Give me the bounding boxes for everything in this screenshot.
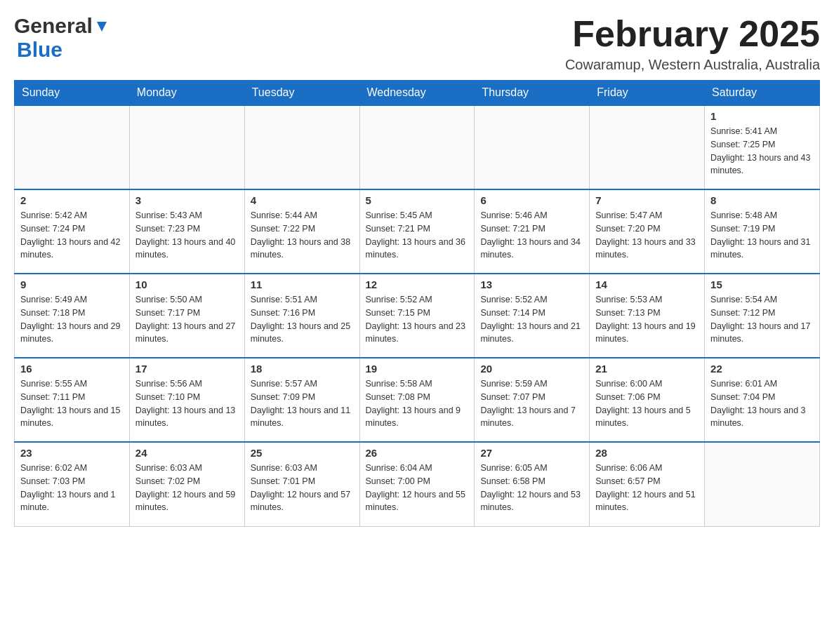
calendar-cell: 23Sunrise: 6:02 AMSunset: 7:03 PMDayligh… [15,442,130,526]
day-info: Sunrise: 5:58 AMSunset: 7:08 PMDaylight:… [366,377,469,430]
day-info: Sunrise: 5:47 AMSunset: 7:20 PMDaylight:… [595,209,699,262]
week-row-2: 2Sunrise: 5:42 AMSunset: 7:24 PMDaylight… [15,189,820,274]
day-info: Sunrise: 5:50 AMSunset: 7:17 PMDaylight:… [135,293,239,346]
weekday-header-sunday: Sunday [15,81,130,106]
day-number: 14 [595,279,699,290]
day-number: 13 [480,279,583,290]
weekday-header-monday: Monday [129,81,244,106]
calendar-cell: 12Sunrise: 5:52 AMSunset: 7:15 PMDayligh… [359,274,475,358]
calendar-cell: 8Sunrise: 5:48 AMSunset: 7:19 PMDaylight… [705,189,820,274]
day-number: 23 [20,447,124,459]
calendar-cell: 17Sunrise: 5:56 AMSunset: 7:10 PMDayligh… [129,358,244,442]
day-number: 27 [480,447,583,459]
calendar-cell: 15Sunrise: 5:54 AMSunset: 7:12 PMDayligh… [705,274,820,358]
weekday-header-wednesday: Wednesday [359,81,475,106]
day-info: Sunrise: 5:59 AMSunset: 7:07 PMDaylight:… [480,377,583,430]
logo-general-text: General [14,14,93,38]
calendar-cell: 22Sunrise: 6:01 AMSunset: 7:04 PMDayligh… [705,358,820,442]
day-info: Sunrise: 5:54 AMSunset: 7:12 PMDaylight:… [710,293,814,346]
calendar-cell: 18Sunrise: 5:57 AMSunset: 7:09 PMDayligh… [244,358,359,442]
day-info: Sunrise: 6:04 AMSunset: 7:00 PMDaylight:… [366,462,469,514]
day-number: 9 [20,279,124,290]
title-section: February 2025 Cowaramup, Western Austral… [565,14,820,73]
day-info: Sunrise: 5:56 AMSunset: 7:10 PMDaylight:… [135,377,239,430]
day-number: 11 [251,279,354,290]
calendar-cell: 3Sunrise: 5:43 AMSunset: 7:23 PMDaylight… [129,189,244,274]
week-row-4: 16Sunrise: 5:55 AMSunset: 7:11 PMDayligh… [15,358,820,442]
calendar-cell [129,105,244,189]
calendar-cell: 13Sunrise: 5:52 AMSunset: 7:14 PMDayligh… [475,274,590,358]
day-info: Sunrise: 5:52 AMSunset: 7:14 PMDaylight:… [480,293,583,346]
weekday-header-tuesday: Tuesday [244,81,359,106]
day-info: Sunrise: 5:48 AMSunset: 7:19 PMDaylight:… [710,209,814,262]
svg-marker-0 [97,22,107,32]
calendar-cell [15,105,130,189]
calendar-cell: 4Sunrise: 5:44 AMSunset: 7:22 PMDaylight… [244,189,359,274]
day-number: 6 [480,194,583,206]
week-row-5: 23Sunrise: 6:02 AMSunset: 7:03 PMDayligh… [15,442,820,526]
calendar-cell: 26Sunrise: 6:04 AMSunset: 7:00 PMDayligh… [359,442,475,526]
week-row-1: 1Sunrise: 5:41 AMSunset: 7:25 PMDaylight… [15,105,820,189]
calendar-cell: 25Sunrise: 6:03 AMSunset: 7:01 PMDayligh… [244,442,359,526]
day-info: Sunrise: 5:46 AMSunset: 7:21 PMDaylight:… [480,209,583,262]
calendar-cell: 21Sunrise: 6:00 AMSunset: 7:06 PMDayligh… [590,358,705,442]
day-number: 3 [135,194,239,206]
calendar-cell: 2Sunrise: 5:42 AMSunset: 7:24 PMDaylight… [15,189,130,274]
calendar-cell: 11Sunrise: 5:51 AMSunset: 7:16 PMDayligh… [244,274,359,358]
day-number: 28 [595,447,699,459]
calendar-cell: 19Sunrise: 5:58 AMSunset: 7:08 PMDayligh… [359,358,475,442]
day-info: Sunrise: 5:41 AMSunset: 7:25 PMDaylight:… [710,125,814,177]
calendar-cell: 20Sunrise: 5:59 AMSunset: 7:07 PMDayligh… [475,358,590,442]
calendar-cell: 16Sunrise: 5:55 AMSunset: 7:11 PMDayligh… [15,358,130,442]
day-number: 2 [20,194,124,206]
day-info: Sunrise: 6:00 AMSunset: 7:06 PMDaylight:… [595,377,699,430]
day-number: 19 [366,363,469,375]
weekday-header-friday: Friday [590,81,705,106]
week-row-3: 9Sunrise: 5:49 AMSunset: 7:18 PMDaylight… [15,274,820,358]
calendar-cell: 9Sunrise: 5:49 AMSunset: 7:18 PMDaylight… [15,274,130,358]
day-number: 12 [366,279,469,290]
calendar-table: SundayMondayTuesdayWednesdayThursdayFrid… [14,80,820,527]
calendar-cell: 6Sunrise: 5:46 AMSunset: 7:21 PMDaylight… [475,189,590,274]
day-info: Sunrise: 6:05 AMSunset: 6:58 PMDaylight:… [480,462,583,514]
day-info: Sunrise: 6:01 AMSunset: 7:04 PMDaylight:… [710,377,814,430]
calendar-cell: 14Sunrise: 5:53 AMSunset: 7:13 PMDayligh… [590,274,705,358]
month-title: February 2025 [565,14,820,54]
day-number: 4 [251,194,354,206]
logo-triangle-icon [94,19,110,34]
day-info: Sunrise: 6:06 AMSunset: 6:57 PMDaylight:… [595,462,699,514]
calendar-cell: 5Sunrise: 5:45 AMSunset: 7:21 PMDaylight… [359,189,475,274]
logo-blue-text: Blue [17,38,62,61]
calendar-cell [359,105,475,189]
location-text: Cowaramup, Western Australia, Australia [565,57,820,73]
day-info: Sunrise: 6:03 AMSunset: 7:02 PMDaylight:… [135,462,239,514]
calendar-cell: 28Sunrise: 6:06 AMSunset: 6:57 PMDayligh… [590,442,705,526]
day-info: Sunrise: 6:02 AMSunset: 7:03 PMDaylight:… [20,462,124,514]
day-info: Sunrise: 6:03 AMSunset: 7:01 PMDaylight:… [251,462,354,514]
day-number: 16 [20,363,124,375]
day-info: Sunrise: 5:55 AMSunset: 7:11 PMDaylight:… [20,377,124,430]
day-number: 18 [251,363,354,375]
day-number: 5 [366,194,469,206]
day-number: 8 [710,194,814,206]
day-number: 26 [366,447,469,459]
calendar-cell: 10Sunrise: 5:50 AMSunset: 7:17 PMDayligh… [129,274,244,358]
calendar-cell [244,105,359,189]
day-info: Sunrise: 5:42 AMSunset: 7:24 PMDaylight:… [20,209,124,262]
day-info: Sunrise: 5:53 AMSunset: 7:13 PMDaylight:… [595,293,699,346]
day-info: Sunrise: 5:43 AMSunset: 7:23 PMDaylight:… [135,209,239,262]
calendar-cell [475,105,590,189]
day-number: 17 [135,363,239,375]
day-number: 1 [710,110,814,122]
calendar-cell [590,105,705,189]
day-number: 24 [135,447,239,459]
day-info: Sunrise: 5:57 AMSunset: 7:09 PMDaylight:… [251,377,354,430]
day-number: 15 [710,279,814,290]
day-number: 20 [480,363,583,375]
calendar-cell: 24Sunrise: 6:03 AMSunset: 7:02 PMDayligh… [129,442,244,526]
calendar-cell: 27Sunrise: 6:05 AMSunset: 6:58 PMDayligh… [475,442,590,526]
calendar-cell [705,442,820,526]
day-info: Sunrise: 5:52 AMSunset: 7:15 PMDaylight:… [366,293,469,346]
day-number: 22 [710,363,814,375]
calendar-cell: 7Sunrise: 5:47 AMSunset: 7:20 PMDaylight… [590,189,705,274]
